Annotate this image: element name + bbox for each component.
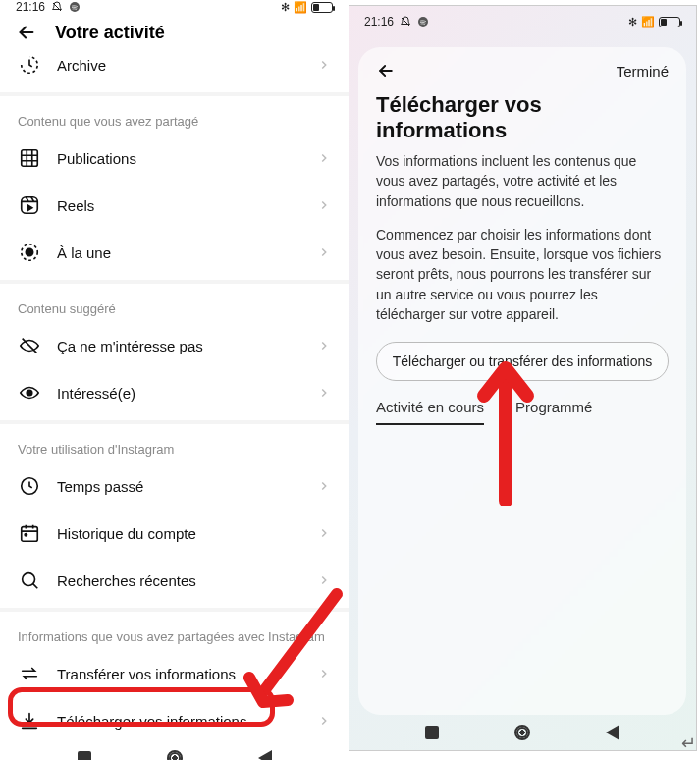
phone-right: 21:16 ✻ 📶 Terminé Télécharger vos inform…	[349, 5, 697, 751]
highlight-icon	[18, 241, 41, 264]
chevron-right-icon	[317, 573, 331, 587]
enter-key-icon: ↵	[681, 733, 696, 754]
tabs: Activité en cours Programmé	[358, 399, 686, 425]
divider	[0, 92, 349, 96]
row-recent-searches[interactable]: Recherches récentes	[0, 557, 349, 604]
signal-icon: 📶	[294, 1, 307, 14]
spotify-icon	[69, 1, 81, 13]
download-transfer-button[interactable]: Télécharger ou transférer des informatio…	[376, 342, 669, 381]
status-bar: 21:16 ✻ 📶	[349, 6, 696, 37]
chevron-right-icon	[317, 198, 331, 212]
svg-rect-2	[22, 197, 38, 214]
section-usage: Votre utilisation d'Instagram	[0, 428, 349, 462]
page-title: Votre activité	[55, 23, 165, 43]
back-icon[interactable]	[16, 22, 37, 43]
android-nav-bar	[349, 715, 696, 750]
bluetooth-icon: ✻	[281, 1, 290, 14]
row-label: Temps passé	[57, 478, 301, 495]
back-icon[interactable]	[376, 61, 396, 81]
svg-rect-7	[22, 527, 38, 542]
calendar-icon	[18, 521, 41, 545]
chevron-right-icon	[317, 479, 331, 493]
svg-point-5	[27, 390, 32, 396]
card-title: Télécharger vos informations	[358, 84, 686, 151]
row-label: Historique du compte	[57, 525, 301, 542]
bell-off-icon	[51, 1, 63, 13]
nav-back-icon[interactable]	[258, 750, 272, 760]
archive-icon	[18, 53, 41, 77]
row-label: Publications	[57, 150, 301, 167]
row-label: Recherches récentes	[57, 572, 301, 589]
card-para-1: Vos informations incluent les contenus q…	[358, 151, 686, 225]
row-label: Intéressé(e)	[57, 385, 301, 402]
spotify-icon	[417, 16, 429, 27]
row-label: Reels	[57, 197, 301, 214]
reels-icon	[18, 193, 41, 217]
row-label: Ça ne m'intéresse pas	[57, 338, 301, 354]
tab-scheduled[interactable]: Programmé	[515, 399, 592, 425]
svg-point-9	[23, 573, 35, 586]
chevron-right-icon	[317, 714, 331, 728]
chevron-right-icon	[317, 667, 331, 680]
divider	[0, 420, 349, 424]
phone-left: 21:16 ✻ 📶 Votre activité Archive	[0, 0, 349, 760]
row-time-spent[interactable]: Temps passé	[0, 462, 349, 510]
nav-recent-icon[interactable]	[78, 751, 91, 760]
signal-icon: 📶	[641, 16, 655, 28]
divider	[0, 280, 349, 284]
chevron-right-icon	[317, 386, 331, 400]
chevron-right-icon	[317, 58, 331, 72]
section-shared: Contenu que vous avez partagé	[0, 100, 349, 135]
tab-current[interactable]: Activité en cours	[376, 399, 484, 425]
chevron-right-icon	[317, 526, 331, 540]
svg-point-8	[25, 534, 27, 536]
android-nav-bar	[0, 750, 349, 760]
row-interested[interactable]: Intéressé(e)	[0, 369, 349, 416]
section-info-shared: Informations que vous avez partagées ave…	[0, 616, 349, 650]
row-label: Archive	[57, 57, 301, 74]
row-transfer-info[interactable]: Transférer vos informations	[0, 650, 349, 697]
battery-icon	[659, 17, 680, 27]
chevron-right-icon	[317, 339, 331, 353]
divider	[0, 608, 349, 612]
nav-home-icon[interactable]	[167, 750, 183, 760]
row-label: Télécharger vos informations	[57, 713, 301, 730]
activity-list: Archive Contenu que vous avez partagé Pu…	[0, 49, 349, 750]
nav-home-icon[interactable]	[514, 725, 530, 740]
svg-point-10	[418, 17, 428, 27]
row-download-info[interactable]: Télécharger vos informations	[0, 697, 349, 744]
section-suggested: Contenu suggéré	[0, 288, 349, 322]
done-button[interactable]: Terminé	[617, 63, 669, 80]
status-time: 21:16	[364, 15, 394, 28]
row-archive[interactable]: Archive	[0, 49, 349, 88]
card-para-2: Commencez par choisir les informations d…	[358, 225, 686, 338]
bell-off-icon	[400, 16, 411, 27]
nav-back-icon[interactable]	[606, 725, 619, 740]
svg-rect-1	[22, 150, 38, 167]
download-icon	[18, 709, 41, 733]
eye-icon	[18, 381, 41, 405]
row-account-history[interactable]: Historique du compte	[0, 510, 349, 557]
clock-icon	[18, 474, 41, 498]
transfer-icon	[18, 662, 41, 685]
row-highlights[interactable]: À la une	[0, 229, 349, 276]
chevron-right-icon	[317, 151, 331, 165]
row-label: À la une	[57, 244, 301, 261]
row-not-interested[interactable]: Ça ne m'intéresse pas	[0, 322, 349, 369]
download-card: Terminé Télécharger vos informations Vos…	[358, 47, 686, 715]
nav-recent-icon[interactable]	[425, 726, 439, 739]
status-time: 21:16	[16, 0, 45, 14]
status-bar: 21:16 ✻ 📶	[0, 0, 349, 14]
screen-header: Votre activité	[0, 14, 349, 49]
eye-off-icon	[18, 334, 41, 357]
svg-point-0	[70, 2, 80, 12]
battery-icon	[311, 2, 333, 13]
grid-icon	[18, 146, 41, 170]
chevron-right-icon	[317, 245, 331, 259]
row-reels[interactable]: Reels	[0, 182, 349, 229]
search-icon	[18, 569, 41, 592]
row-label: Transférer vos informations	[57, 666, 301, 682]
svg-point-4	[26, 248, 32, 255]
row-publications[interactable]: Publications	[0, 135, 349, 182]
bluetooth-icon: ✻	[628, 16, 637, 28]
